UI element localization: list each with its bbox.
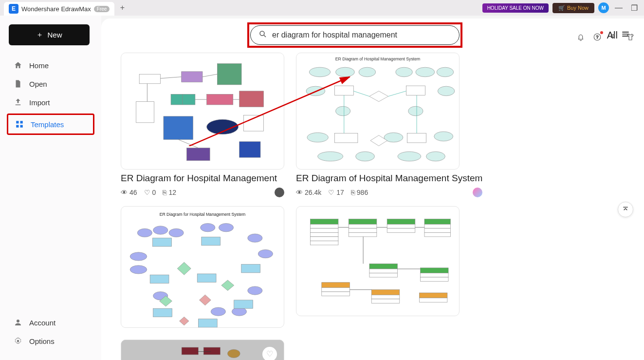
svg-rect-117	[322, 292, 350, 296]
copy-icon: ⎘	[163, 189, 166, 196]
eye-icon: 👁	[121, 189, 128, 196]
sidebar-item-label: Home	[29, 61, 49, 70]
template-card[interactable]: ER Diagram of Hospital Management System	[296, 53, 482, 197]
template-thumbnail	[121, 53, 284, 170]
svg-rect-22	[171, 94, 195, 105]
svg-rect-57	[198, 319, 217, 327]
svg-rect-118	[371, 289, 400, 295]
holiday-sale-button[interactable]: HOLIDAY SALE ON NOW	[482, 3, 549, 13]
titlebar-left: E Wondershare EdrawMax Free +	[4, 0, 128, 16]
author-avatar-icon[interactable]	[275, 188, 284, 197]
bell-icon[interactable]	[576, 32, 586, 42]
svg-rect-123	[182, 347, 198, 355]
svg-rect-9	[613, 34, 615, 36]
svg-line-31	[202, 74, 217, 76]
svg-point-74	[408, 106, 423, 115]
svg-point-137	[227, 349, 240, 358]
svg-rect-96	[310, 237, 338, 241]
new-tab-button[interactable]: +	[116, 2, 128, 14]
svg-point-78	[318, 152, 343, 161]
shirt-icon[interactable]	[626, 32, 635, 42]
svg-line-36	[178, 139, 198, 148]
svg-rect-10	[611, 37, 612, 38]
heart-icon: ♡	[328, 189, 334, 196]
svg-rect-83	[406, 86, 425, 95]
svg-rect-82	[334, 86, 353, 95]
copy-icon: ⎘	[351, 189, 355, 196]
svg-rect-101	[349, 232, 377, 237]
svg-rect-56	[153, 308, 172, 317]
svg-rect-119	[371, 295, 400, 299]
svg-rect-24	[239, 91, 264, 107]
svg-point-42	[219, 223, 233, 231]
svg-point-46	[258, 249, 273, 258]
svg-line-91	[388, 91, 406, 96]
views-stat: 👁26.4k	[296, 189, 321, 196]
svg-point-39	[153, 226, 168, 234]
svg-rect-11	[613, 37, 615, 38]
templates-icon	[15, 120, 24, 129]
search-input[interactable]	[272, 31, 451, 39]
apps-icon[interactable]	[609, 32, 619, 42]
new-button[interactable]: ＋ New	[9, 24, 90, 45]
help-icon[interactable]: ?	[592, 32, 602, 42]
maximize-icon[interactable]: ❐	[628, 2, 640, 14]
svg-rect-28	[187, 148, 210, 161]
svg-rect-113	[420, 273, 448, 277]
sidebar-item-templates[interactable]: Templates	[7, 114, 94, 135]
minimize-icon[interactable]: —	[613, 2, 625, 14]
template-card[interactable]	[296, 206, 482, 316]
svg-point-73	[335, 106, 350, 115]
user-avatar[interactable]: M	[598, 2, 609, 13]
sidebar-item-options[interactable]: Options	[9, 332, 92, 350]
svg-point-45	[248, 234, 262, 242]
sidebar-item-account[interactable]: Account	[9, 313, 92, 332]
svg-rect-107	[424, 228, 450, 232]
svg-rect-1	[20, 121, 23, 123]
svg-rect-121	[419, 293, 447, 298]
favorite-icon[interactable]: ♡	[262, 347, 277, 360]
buy-now-button[interactable]: 🛒 Buy Now	[552, 3, 594, 13]
card-meta: 👁46 ♡0 ⎘12	[121, 188, 284, 197]
card-meta: 👁26.4k ♡17 ⎘986	[296, 188, 482, 197]
svg-rect-120	[371, 299, 400, 303]
svg-point-71	[306, 86, 325, 95]
scroll-top-button[interactable]	[618, 202, 633, 217]
svg-rect-124	[203, 347, 220, 355]
svg-line-90	[353, 91, 369, 96]
svg-point-49	[211, 307, 225, 316]
template-card[interactable]: ♡ Use immediately ER Diagram for Hospita…	[121, 340, 311, 360]
topbar-icons: ?	[576, 32, 635, 42]
svg-rect-99	[349, 224, 377, 228]
sidebar-item-label: Templates	[31, 120, 64, 129]
app-tab[interactable]: E Wondershare EdrawMax Free	[4, 2, 114, 16]
sidebar-item-label: Open	[29, 80, 47, 88]
sidebar: ＋ New Home Open Import Templates	[0, 16, 101, 360]
svg-rect-54	[197, 274, 216, 282]
author-avatar-icon[interactable]	[473, 188, 482, 197]
svg-rect-115	[322, 282, 350, 287]
template-card[interactable]: ER Diagram for Hospital Management Syste…	[121, 206, 284, 328]
new-label: New	[47, 31, 62, 39]
template-thumbnail: ER Diagram of Hospital Management System	[296, 53, 460, 170]
svg-rect-92	[310, 219, 338, 224]
sidebar-item-import[interactable]: Import	[9, 93, 92, 112]
template-grid: ER Diagram for Hospital Management 👁46 ♡…	[101, 53, 644, 360]
search-box[interactable]	[250, 25, 460, 45]
template-card[interactable]: ER Diagram for Hospital Management 👁46 ♡…	[121, 53, 284, 197]
svg-point-72	[438, 86, 455, 95]
sidebar-item-home[interactable]: Home	[9, 56, 92, 75]
svg-rect-100	[349, 228, 377, 232]
template-thumbnail	[296, 206, 460, 316]
notification-dot-icon	[600, 31, 603, 34]
svg-rect-106	[424, 224, 450, 228]
sidebar-item-open[interactable]: Open	[9, 75, 92, 93]
svg-rect-98	[349, 219, 377, 224]
svg-rect-108	[424, 232, 450, 237]
svg-rect-2	[16, 125, 18, 128]
account-icon	[14, 318, 22, 327]
svg-rect-25	[164, 116, 193, 140]
heart-icon: ♡	[144, 189, 150, 196]
svg-rect-0	[16, 121, 18, 123]
svg-marker-61	[221, 280, 234, 291]
